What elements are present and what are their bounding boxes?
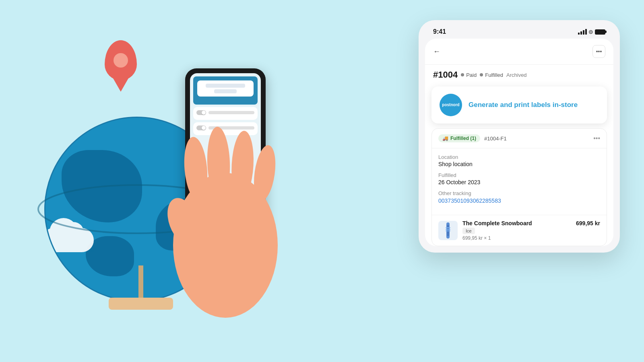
fulfillment-id: #1004-F1: [484, 136, 507, 142]
phone-frame: 9:41 ⊜ ← ••• #10: [419, 20, 620, 253]
location-pin: [105, 40, 137, 80]
phone-icons: ⊜: [578, 29, 605, 35]
wifi-icon: ⊜: [588, 29, 593, 35]
right-phone-mockup: 9:41 ⊜ ← ••• #10: [419, 20, 620, 253]
product-name: The Complete Snowboard: [462, 220, 571, 226]
paid-label: Paid: [466, 72, 477, 78]
phone-content: ← ••• #1004 Paid Fulfilled Archived: [425, 39, 613, 246]
postnord-cta-label: Generate and print labels in-store: [469, 101, 578, 109]
stand-pole: [138, 265, 143, 298]
postnord-logo-text: postnord: [442, 103, 459, 107]
fulfilled-date-row: Fulfilled 26 October 2023: [438, 172, 600, 185]
hand-phone: [161, 68, 290, 318]
pin-body: [105, 40, 137, 80]
archived-label: Archived: [506, 72, 527, 78]
order-number: #1004: [433, 70, 458, 80]
product-info: The Complete Snowboard Ice 699,95 kr × 1: [462, 220, 571, 241]
snowboard-svg: [441, 222, 455, 239]
fulfilled-badge-label: Fulfilled (1): [450, 136, 476, 141]
location-row: Location Shop location: [438, 154, 600, 167]
product-price: 699,95 kr: [576, 220, 600, 226]
fulfilled-status-badge: 🚚 Fulfilled (1): [438, 134, 480, 142]
fulfilled-dot: [480, 73, 483, 76]
svg-rect-11: [446, 230, 450, 231]
svg-rect-10: [446, 229, 450, 230]
pin-circle: [114, 53, 128, 68]
tracking-number-link[interactable]: 00373501093062285583: [438, 197, 501, 204]
order-title-row: #1004 Paid Fulfilled Archived: [425, 65, 613, 86]
left-illustration: [0, 0, 322, 362]
hand-svg: [161, 84, 290, 318]
fulfilled-badge: Fulfilled: [480, 72, 503, 78]
tracking-label: Other tracking: [438, 190, 600, 196]
signal-bar-2: [580, 31, 582, 35]
more-dots-icon: •••: [596, 48, 602, 55]
fulfillment-card: 🚚 Fulfilled (1) #1004-F1 ••• Location Sh…: [431, 128, 607, 246]
fulfilled-date-value: 26 October 2023: [438, 179, 600, 185]
fulfillment-more-button[interactable]: •••: [593, 135, 600, 142]
postnord-logo: postnord: [440, 94, 462, 116]
location-label: Location: [438, 154, 600, 160]
fulfilled-label: Fulfilled: [485, 72, 503, 78]
paid-badge: Paid: [461, 72, 477, 78]
signal-bar-4: [585, 29, 587, 35]
fulfillment-details: Location Shop location Fulfilled 26 Octo…: [432, 148, 607, 215]
more-button[interactable]: •••: [592, 45, 605, 58]
location-value: Shop location: [438, 161, 600, 167]
fulfilled-date-label: Fulfilled: [438, 172, 600, 178]
tracking-row: Other tracking 00373501093062285583: [438, 190, 600, 204]
product-row: The Complete Snowboard Ice 699,95 kr × 1…: [432, 215, 607, 246]
svg-rect-9: [446, 227, 450, 228]
postnord-banner[interactable]: postnord Generate and print labels in-st…: [431, 86, 607, 123]
signal-bar-1: [578, 33, 580, 35]
fulfillment-header: 🚚 Fulfilled (1) #1004-F1 •••: [432, 129, 607, 148]
paid-dot: [461, 73, 464, 76]
signal-bars-icon: [578, 29, 587, 35]
status-bar: 9:41 ⊜: [425, 27, 613, 39]
battery-icon: [595, 29, 605, 35]
product-variant: Ice: [462, 228, 475, 234]
signal-bar-3: [583, 30, 584, 35]
phone-time: 9:41: [433, 28, 446, 35]
back-button[interactable]: ←: [433, 47, 440, 56]
order-header-nav: ← •••: [425, 39, 613, 65]
product-price-qty: 699,95 kr × 1: [462, 235, 571, 241]
illustration-container: [24, 28, 298, 334]
fulfillment-title-group: 🚚 Fulfilled (1) #1004-F1: [438, 134, 507, 142]
truck-icon: 🚚: [442, 136, 448, 141]
product-image: [438, 221, 458, 240]
